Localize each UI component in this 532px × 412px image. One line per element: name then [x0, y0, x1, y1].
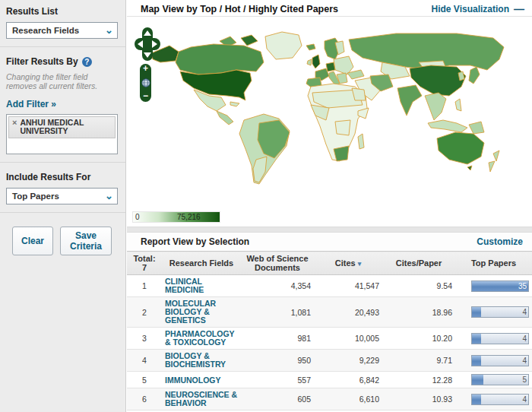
region-papua[interactable]: [469, 122, 484, 134]
region-new-zealand[interactable]: [489, 151, 499, 172]
filter-note: Changing the filter field removes all cu…: [6, 72, 118, 90]
actions-section: Clear Save Criteria: [0, 213, 125, 272]
top-papers-bar: 5: [471, 374, 529, 385]
map-legend: 0 75,216: [132, 211, 220, 223]
region-korea[interactable]: [458, 71, 464, 81]
filter-section: Filter Results By ? Changing the filter …: [0, 47, 125, 163]
report-header: Report View by Selection Customize: [127, 233, 532, 251]
zoom-out-icon[interactable]: −: [143, 92, 148, 100]
row-cites-per-paper: 18.96: [382, 297, 455, 328]
section-divider: [127, 227, 532, 233]
row-docs: 981: [241, 328, 314, 350]
region-caribbean[interactable]: [230, 102, 239, 106]
top-papers-bar: 4: [471, 355, 529, 366]
hide-visualization-link[interactable]: Hide Visualization —: [432, 4, 524, 14]
field-link[interactable]: MOLECULAR BIOLOGY & GENETICS: [165, 299, 238, 325]
region-canada-isles2[interactable]: [241, 35, 258, 46]
row-rank: 5: [127, 372, 162, 388]
region-tasmania[interactable]: [467, 166, 472, 170]
table-row: 6 NEUROSCIENCE & BEHAVIOR 605 6,610 10.9…: [127, 388, 532, 410]
top-papers-bar-fill: [472, 375, 483, 385]
table-row: 4 BIOLOGY & BIOCHEMISTRY 950 9,229 9.71 …: [127, 350, 532, 372]
top-papers-bar: 4: [471, 394, 529, 405]
row-docs: 950: [241, 350, 314, 372]
chevron-down-icon: ⌄: [105, 27, 113, 34]
remove-filter-icon[interactable]: ×: [12, 119, 17, 127]
top-papers-bar-fill: [472, 356, 481, 366]
region-germany[interactable]: [326, 62, 335, 71]
region-west-africa[interactable]: [311, 105, 329, 120]
row-rank: 6: [127, 388, 162, 410]
region-east-europe[interactable]: [334, 56, 353, 74]
row-docs: 1,081: [241, 297, 314, 328]
legend-max-label: 75,216: [177, 213, 201, 221]
row-rank: 2: [127, 297, 162, 328]
row-cites: 9,229: [314, 350, 382, 372]
world-choropleth-map[interactable]: [130, 26, 528, 208]
row-cites: 6,610: [314, 388, 382, 410]
col-total: Total: 7: [127, 252, 162, 275]
clear-button[interactable]: Clear: [12, 227, 53, 255]
row-cites-per-paper: 10.20: [382, 328, 455, 350]
filter-chip[interactable]: × ANHUI MEDICAL UNIVERSITY: [8, 116, 116, 138]
globe-icon[interactable]: [141, 78, 150, 87]
top-papers-bar-fill: [472, 395, 481, 404]
col-cites-per-paper: Cites/Paper: [382, 252, 455, 275]
row-cites-per-paper: 9.71: [382, 350, 455, 372]
page: Results List Research Fields ⌄ Filter Re…: [0, 0, 532, 412]
region-india[interactable]: [397, 85, 422, 116]
top-papers-bar-fill: [472, 334, 481, 344]
map-title: Map View by Top / Hot / Highly Cited Pap…: [141, 4, 338, 14]
report-table: Total: 7 Research Fields Web of Science …: [127, 251, 532, 412]
top-papers-bar-value: 5: [522, 376, 527, 384]
region-madagascar[interactable]: [358, 134, 364, 149]
region-canada[interactable]: [176, 44, 264, 74]
report-title: Report View by Selection: [141, 236, 249, 247]
region-greenland[interactable]: [265, 32, 302, 59]
region-se-asia[interactable]: [425, 93, 446, 120]
region-south-africa[interactable]: [334, 146, 349, 161]
row-cites: 41,547: [314, 275, 382, 297]
field-link[interactable]: BIOLOGY & BIOCHEMISTRY: [165, 352, 238, 369]
map-pan-control[interactable]: [135, 27, 160, 61]
col-research-fields: Research Fields: [162, 252, 241, 275]
row-docs: 4,354: [241, 275, 314, 297]
row-cites: 6,842: [314, 372, 382, 388]
field-link[interactable]: IMMUNOLOGY: [165, 376, 238, 385]
include-heading: Include Results For: [6, 172, 118, 182]
region-uk[interactable]: [312, 55, 320, 68]
main-panel: Map View by Top / Hot / Highly Cited Pap…: [127, 0, 532, 412]
field-link[interactable]: PHARMACOLOGY & TOXICOLOGY: [165, 330, 238, 347]
region-indonesia[interactable]: [428, 120, 467, 132]
region-usa[interactable]: [180, 70, 252, 100]
region-ireland[interactable]: [307, 59, 312, 65]
map-zoom-control[interactable]: + −: [140, 64, 151, 102]
region-australia[interactable]: [437, 132, 484, 164]
row-rank: 3: [127, 328, 162, 350]
region-central-america[interactable]: [217, 111, 233, 125]
row-rank: 4: [127, 350, 162, 372]
results-list-select[interactable]: Research Fields ⌄: [6, 22, 118, 39]
field-link[interactable]: CLINICAL MEDICINE: [165, 277, 238, 294]
filter-by-heading: Filter Results By ?: [6, 56, 118, 67]
top-papers-bar: 4: [471, 306, 529, 318]
region-iceland[interactable]: [306, 44, 315, 50]
field-link[interactable]: NEUROSCIENCE & BEHAVIOR: [165, 391, 238, 407]
save-criteria-button[interactable]: Save Criteria: [60, 227, 112, 255]
customize-link[interactable]: Customize: [477, 236, 523, 247]
top-papers-bar: 4: [471, 333, 529, 344]
row-cites-per-paper: 10.93: [382, 388, 455, 410]
col-cites-sort[interactable]: Cites ▾: [314, 252, 382, 275]
filter-by-label: Filter Results By: [6, 56, 78, 67]
region-japan[interactable]: [469, 67, 480, 84]
add-filter-link[interactable]: Add Filter »: [6, 99, 56, 109]
include-select[interactable]: Top Papers ⌄: [6, 188, 118, 204]
top-papers-bar: 35: [471, 280, 529, 292]
zoom-in-icon[interactable]: +: [143, 65, 148, 73]
top-papers-bar-fill: [472, 307, 481, 317]
region-congo[interactable]: [335, 120, 350, 135]
row-cites-per-paper: 9.54: [382, 275, 455, 297]
help-icon[interactable]: ?: [82, 57, 92, 67]
row-docs: 557: [241, 372, 314, 388]
region-philippines[interactable]: [455, 99, 461, 111]
